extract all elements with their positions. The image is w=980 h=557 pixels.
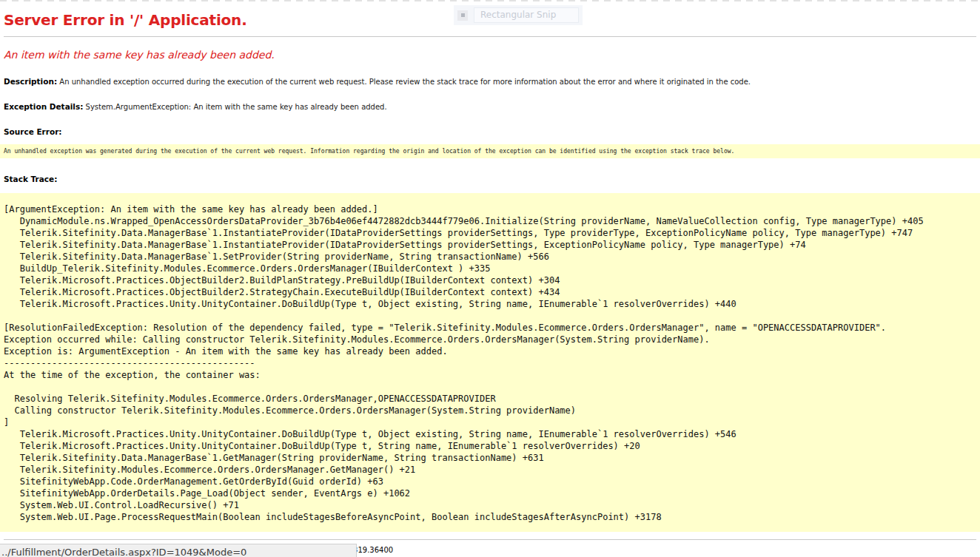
- description-label: Description:: [4, 77, 57, 86]
- description-text: An unhandled exception occurred during t…: [57, 78, 751, 86]
- exception-details-text: System.ArgumentException: An item with t…: [83, 103, 386, 111]
- browser-status-bar: ../Fulfillment/OrderDetails.aspx?ID=1049…: [0, 544, 357, 557]
- snip-mode-label: Rectangular Snip: [474, 7, 579, 23]
- rectangular-snip-icon: [457, 10, 468, 21]
- status-bar-url: ../Fulfillment/OrderDetails.aspx?ID=1049…: [1, 547, 246, 557]
- source-error-label: Source Error:: [4, 127, 976, 136]
- snip-mode-selector[interactable]: Rectangular Snip: [454, 5, 583, 25]
- description-line: Description: An unhandled exception occu…: [4, 77, 976, 86]
- source-error-box: An unhandled exception was generated dur…: [0, 144, 980, 158]
- snip-border-remnant: [0, 0, 980, 1]
- footer-divider: [4, 539, 976, 540]
- aspnet-error-page: Server Error in '/' Application. An item…: [0, 11, 980, 554]
- stack-trace-block: [ArgumentException: An item with the sam…: [0, 193, 980, 532]
- exception-details-line: Exception Details: System.ArgumentExcept…: [4, 102, 976, 111]
- stack-trace-label: Stack Trace:: [4, 175, 976, 183]
- exception-message: An item with the same key has already be…: [4, 49, 976, 61]
- exception-details-label: Exception Details:: [4, 102, 83, 111]
- title-divider: [4, 36, 976, 37]
